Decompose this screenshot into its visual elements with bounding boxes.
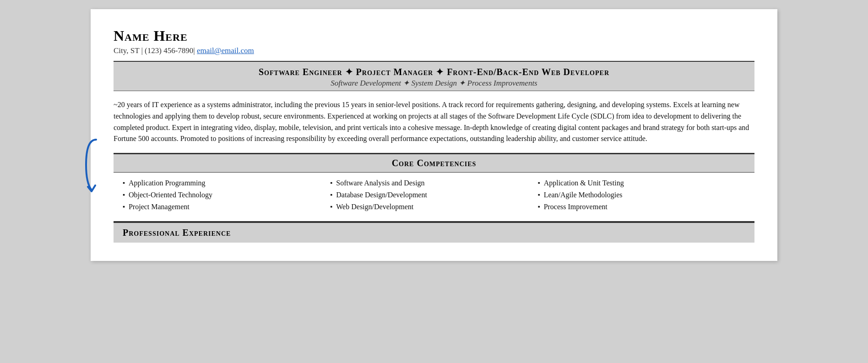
list-item-text: Application & Unit Testing xyxy=(544,179,624,187)
resume-name: Name Here xyxy=(114,27,754,44)
summary-section: ~20 years of IT experience as a systems … xyxy=(114,91,754,153)
contact-info: City, ST | (123) 456-7890| email@email.c… xyxy=(114,46,754,55)
list-item: Software Analysis and Design xyxy=(330,179,537,187)
email-link[interactable]: email@email.com xyxy=(197,46,254,55)
summary-text: ~20 years of IT experience as a systems … xyxy=(114,99,754,145)
list-item: Web Design/Development xyxy=(330,203,537,211)
core-competencies-header: Core Competencies xyxy=(114,153,754,173)
list-item-text: Object-Oriented Technology xyxy=(129,191,212,199)
competencies-grid: Application Programming Object-Oriented … xyxy=(114,173,754,222)
list-item-text: Process Improvement xyxy=(544,203,608,211)
list-item: Database Design/Development xyxy=(330,191,537,199)
list-item: Lean/Agile Methodologies xyxy=(538,191,745,199)
list-item: Application Programming xyxy=(123,179,330,187)
list-item: Object-Oriented Technology xyxy=(123,191,330,199)
resume-document: Name Here City, ST | (123) 456-7890| ema… xyxy=(91,9,777,261)
title-banner: Software Engineer ✦ Project Manager ✦ Fr… xyxy=(114,61,754,91)
header-section: Name Here City, ST | (123) 456-7890| ema… xyxy=(114,27,754,55)
list-item-text: Project Management xyxy=(129,203,190,211)
contact-text: City, ST | (123) 456-7890| xyxy=(114,46,195,55)
list-item-text: Software Analysis and Design xyxy=(336,179,424,187)
list-item: Process Improvement xyxy=(538,203,745,211)
list-item-text: Application Programming xyxy=(129,179,206,187)
title-sub: Software Development ✦ System Design ✦ P… xyxy=(123,78,745,88)
list-item-text: Database Design/Development xyxy=(336,191,427,199)
list-item-text: Lean/Agile Methodologies xyxy=(544,191,623,199)
list-item: Project Management xyxy=(123,203,330,211)
title-main: Software Engineer ✦ Project Manager ✦ Fr… xyxy=(123,66,745,77)
competencies-col-2: Software Analysis and Design Database De… xyxy=(330,179,537,215)
annotation-arrow xyxy=(82,137,101,192)
competencies-col-1: Application Programming Object-Oriented … xyxy=(123,179,330,215)
list-item-text: Web Design/Development xyxy=(336,203,413,211)
list-item: Application & Unit Testing xyxy=(538,179,745,187)
competencies-col-3: Application & Unit Testing Lean/Agile Me… xyxy=(538,179,745,215)
professional-experience-header: Professional Experience xyxy=(114,222,754,243)
